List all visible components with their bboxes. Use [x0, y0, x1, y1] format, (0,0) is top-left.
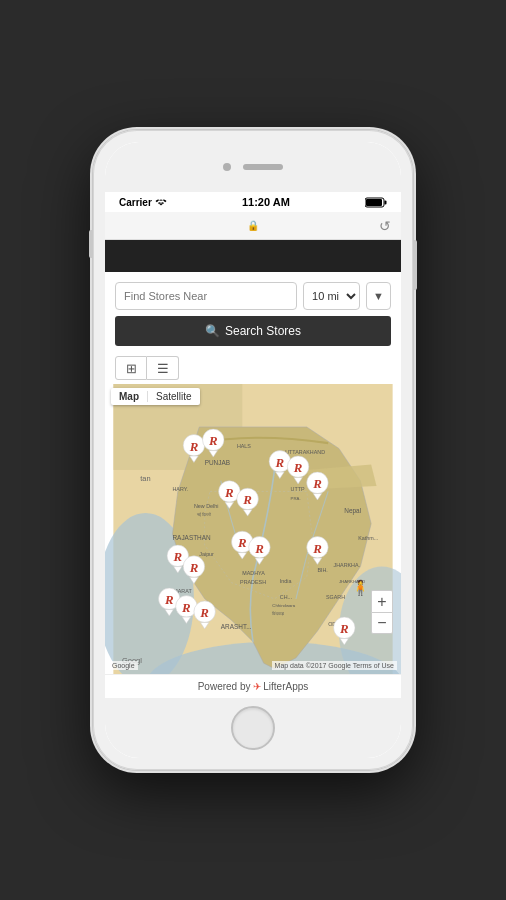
- map-view-icon: ⊞: [126, 361, 137, 376]
- map-tab-satellite[interactable]: Satellite: [148, 388, 200, 405]
- svg-text:R: R: [339, 622, 349, 636]
- map-tabs: Map Satellite: [111, 388, 200, 405]
- svg-text:R: R: [199, 606, 209, 620]
- svg-text:R: R: [189, 440, 199, 454]
- status-time: 11:20 AM: [242, 196, 290, 208]
- map-tab-map[interactable]: Map: [111, 388, 147, 405]
- distance-select[interactable]: 5 mi 10 mi 25 mi 50 mi: [303, 282, 360, 310]
- map-svg: tan PUNJAB HALS UTTARAKHAND HARY. New De…: [105, 384, 401, 674]
- svg-text:Chhindwara: Chhindwara: [272, 603, 295, 608]
- filter-button[interactable]: ▼: [366, 282, 391, 310]
- browser-bar: 🔒 ↺: [105, 212, 401, 240]
- search-btn-icon: 🔍: [205, 324, 220, 338]
- svg-text:Jaipur: Jaipur: [199, 551, 214, 557]
- search-row: 5 mi 10 mi 25 mi 50 mi ▼: [115, 282, 391, 310]
- powered-by-footer: Powered by ✈ LifterApps: [105, 674, 401, 698]
- lifter-logo-icon: ✈: [253, 681, 261, 692]
- wifi-icon: [155, 198, 167, 207]
- find-stores-input[interactable]: [115, 282, 297, 310]
- svg-text:R: R: [237, 536, 247, 550]
- phone-bottom: [105, 698, 401, 758]
- svg-text:R: R: [224, 486, 234, 500]
- app-header-bar: [105, 240, 401, 272]
- phone-screen: Carrier 11:20 AM 🔒 ↺: [105, 142, 401, 758]
- lifter-brand: LifterApps: [263, 681, 308, 692]
- svg-text:छिंदवाड़ा: छिंदवाड़ा: [271, 611, 284, 616]
- status-battery: [365, 197, 387, 208]
- svg-text:New Delhi: New Delhi: [194, 503, 218, 509]
- map-attribution: Google: [109, 661, 138, 670]
- svg-text:MADHYA: MADHYA: [242, 570, 265, 576]
- svg-text:tan: tan: [140, 474, 150, 483]
- map-zoom-controls: + −: [371, 590, 393, 634]
- svg-text:R: R: [189, 561, 199, 575]
- map-view-button[interactable]: ⊞: [115, 356, 147, 380]
- svg-text:SGARH: SGARH: [326, 594, 345, 600]
- lock-icon: 🔒: [247, 220, 259, 231]
- svg-text:R: R: [254, 542, 264, 556]
- search-btn-label: Search Stores: [225, 324, 301, 338]
- svg-text:UTTARAKHAND: UTTARAKHAND: [285, 449, 325, 455]
- speaker: [243, 164, 283, 170]
- front-camera: [223, 163, 231, 171]
- svg-text:India: India: [280, 578, 292, 584]
- svg-text:Kathm...: Kathm...: [358, 535, 378, 541]
- svg-text:R: R: [181, 601, 191, 615]
- powered-by-label: Powered by: [198, 681, 251, 692]
- zoom-in-button[interactable]: +: [371, 590, 393, 612]
- battery-icon: [365, 197, 387, 208]
- svg-text:R: R: [275, 456, 285, 470]
- svg-text:CH...: CH...: [280, 594, 292, 600]
- svg-text:UTTP: UTTP: [291, 486, 305, 492]
- svg-text:HALS: HALS: [237, 443, 251, 449]
- list-view-button[interactable]: ☰: [147, 356, 179, 380]
- filter-icon: ▼: [373, 290, 384, 302]
- view-toggle: ⊞ ☰: [105, 352, 401, 384]
- svg-text:PRADESH: PRADESH: [240, 579, 266, 585]
- svg-rect-1: [384, 200, 386, 204]
- svg-text:RAJASTHAN: RAJASTHAN: [172, 534, 211, 541]
- status-carrier: Carrier: [119, 197, 167, 208]
- svg-text:R: R: [242, 493, 252, 507]
- svg-text:R: R: [164, 593, 174, 607]
- map-container[interactable]: Map Satellite: [105, 384, 401, 674]
- svg-text:ARASHT...: ARASHT...: [221, 623, 252, 630]
- svg-text:R: R: [208, 434, 218, 448]
- search-stores-button[interactable]: 🔍 Search Stores: [115, 316, 391, 346]
- svg-text:R: R: [312, 477, 322, 491]
- map-copyright: Map data ©2017 Google Terms of Use: [272, 661, 397, 670]
- svg-text:PUNJAB: PUNJAB: [205, 459, 230, 466]
- svg-text:BIH.: BIH.: [317, 567, 327, 573]
- svg-text:HARY.: HARY.: [172, 486, 188, 492]
- search-section: 5 mi 10 mi 25 mi 50 mi ▼ 🔍 Search Stores: [105, 272, 401, 352]
- svg-text:JHARKHA.: JHARKHA.: [334, 562, 361, 568]
- phone-top-bar: [105, 142, 401, 192]
- list-view-icon: ☰: [157, 361, 169, 376]
- refresh-icon[interactable]: ↺: [379, 218, 391, 234]
- status-bar: Carrier 11:20 AM: [105, 192, 401, 212]
- svg-text:R: R: [312, 542, 322, 556]
- app-content: 5 mi 10 mi 25 mi 50 mi ▼ 🔍 Search Stores: [105, 240, 401, 698]
- svg-text:PRA.: PRA.: [291, 496, 301, 501]
- home-button[interactable]: [231, 706, 275, 750]
- zoom-out-button[interactable]: −: [371, 612, 393, 634]
- svg-rect-2: [366, 199, 382, 206]
- phone-frame: Carrier 11:20 AM 🔒 ↺: [93, 130, 413, 770]
- svg-text:R: R: [173, 550, 183, 564]
- svg-text:Nepal: Nepal: [344, 507, 361, 515]
- svg-text:R: R: [293, 461, 303, 475]
- carrier-label: Carrier: [119, 197, 152, 208]
- svg-text:नई दिल्ली: नई दिल्ली: [196, 512, 211, 517]
- svg-text:🧍: 🧍: [351, 579, 370, 597]
